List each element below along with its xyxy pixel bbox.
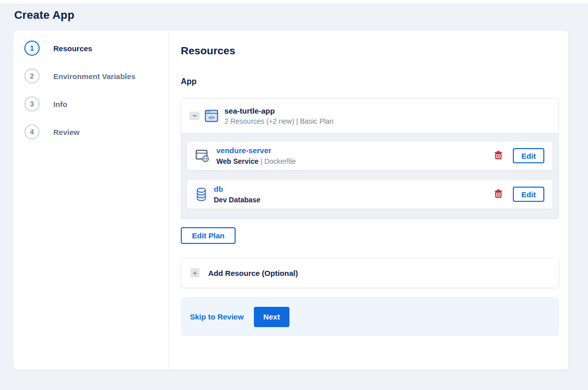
resource-name-link[interactable]: vendure-server — [216, 146, 271, 155]
resource-row-web-service: vendure-server Web Service | Dockerfile — [187, 141, 553, 170]
edit-resource-button[interactable]: Edit — [513, 187, 544, 202]
wizard-footer: Skip to Review Next — [181, 297, 559, 336]
app-box: − </> sea-turtle-app 2 Resources (+2 new… — [181, 98, 559, 219]
minus-icon: − — [192, 112, 197, 120]
collapse-app-button[interactable]: − — [189, 112, 200, 120]
edit-resource-button[interactable]: Edit — [513, 148, 544, 163]
step-label: Resources — [53, 44, 92, 53]
delete-resource-button[interactable] — [493, 149, 504, 162]
content-heading: Resources — [181, 45, 559, 57]
step-info[interactable]: 3 Info — [24, 96, 169, 112]
step-number-badge: 1 — [24, 41, 40, 56]
app-name: sea-turtle-app — [224, 107, 334, 115]
edit-plan-button[interactable]: Edit Plan — [181, 227, 236, 244]
step-number-badge: 2 — [24, 68, 40, 84]
step-review[interactable]: 4 Review — [24, 124, 169, 139]
app-resources-panel: vendure-server Web Service | Dockerfile — [181, 133, 559, 219]
resource-name-link[interactable]: db — [214, 185, 223, 193]
app-window-code-icon: </> — [205, 110, 218, 122]
web-service-icon — [195, 149, 210, 163]
resource-text-block: vendure-server Web Service | Dockerfile — [216, 146, 296, 165]
app-summary: 2 Resources (+2 new) | Basic Plan — [224, 117, 334, 125]
app-section-label: App — [181, 77, 559, 86]
step-label: Info — [53, 100, 68, 109]
resource-subtitle: Dev Database — [214, 196, 260, 204]
page-title: Create App — [14, 9, 574, 22]
page-header: Create App — [0, 4, 588, 30]
resource-separator: | — [260, 157, 263, 165]
resource-detail: Dockerfile — [264, 157, 296, 165]
resource-type: Web Service — [216, 157, 258, 165]
skip-to-review-link[interactable]: Skip to Review — [190, 312, 244, 321]
svg-text:</>: </> — [208, 115, 214, 120]
step-number-badge: 4 — [24, 124, 40, 139]
trash-icon — [494, 150, 503, 161]
step-content: Resources App − </> — [169, 30, 568, 370]
add-resource-label: Add Resource (Optional) — [208, 269, 298, 277]
app-header: − </> sea-turtle-app 2 Resources (+2 new… — [181, 99, 559, 133]
plus-icon: + — [190, 268, 200, 277]
app-title-block: sea-turtle-app 2 Resources (+2 new) | Ba… — [224, 107, 334, 125]
step-label: Review — [53, 128, 80, 136]
delete-resource-button[interactable] — [493, 188, 504, 201]
resource-type: Dev Database — [214, 196, 260, 204]
resource-subtitle: Web Service | Dockerfile — [216, 157, 296, 165]
top-strip — [0, 0, 588, 4]
resource-text-block: db Dev Database — [214, 185, 260, 204]
add-resource-section[interactable]: + Add Resource (Optional) — [181, 258, 559, 288]
resource-row-database: db Dev Database — [187, 180, 553, 209]
next-button[interactable]: Next — [254, 307, 289, 327]
database-icon — [195, 187, 207, 202]
wizard-stepper: 1 Resources 2 Environment Variables 3 In… — [13, 30, 169, 370]
step-number-badge: 3 — [24, 96, 40, 112]
trash-icon — [494, 189, 503, 200]
create-app-card: 1 Resources 2 Environment Variables 3 In… — [13, 30, 569, 370]
step-label: Environment Variables — [53, 72, 136, 81]
step-resources[interactable]: 1 Resources — [24, 41, 169, 56]
step-environment-variables[interactable]: 2 Environment Variables — [24, 68, 169, 84]
